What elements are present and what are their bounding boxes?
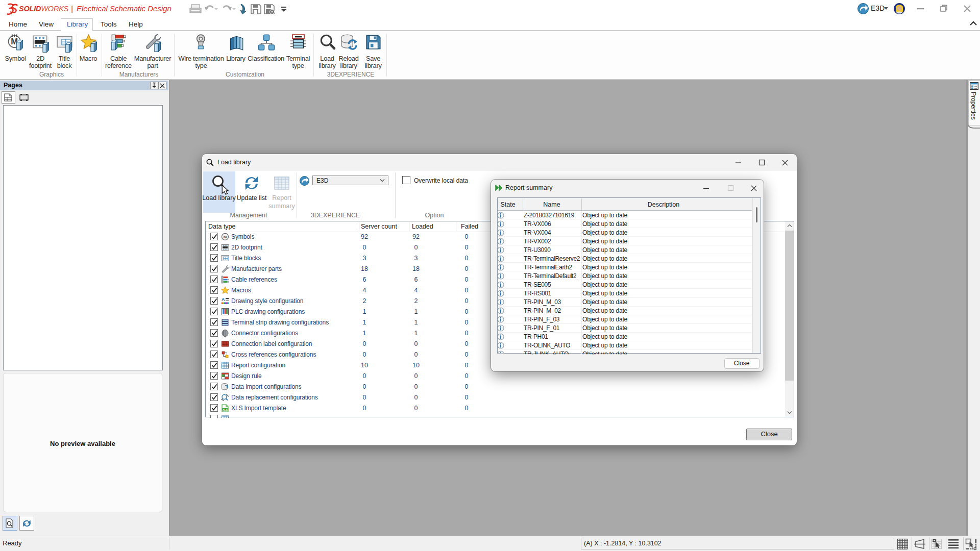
svg-text:M: M	[224, 235, 227, 239]
svg-text:A: A	[222, 297, 225, 302]
svg-text:XLS: XLS	[223, 408, 228, 411]
